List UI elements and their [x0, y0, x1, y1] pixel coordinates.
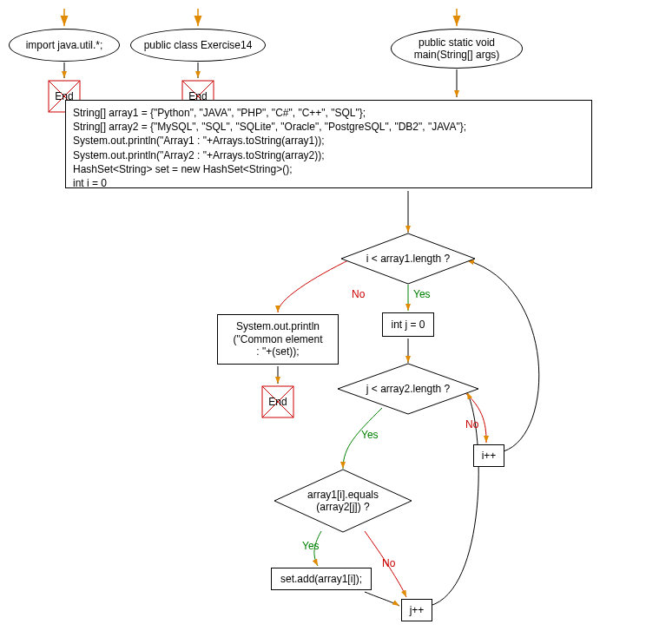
label-inner-no: No — [465, 418, 478, 430]
j-inc-text: j++ — [410, 604, 425, 616]
label-outer-yes: Yes — [413, 288, 431, 300]
end-print: End — [261, 385, 294, 418]
decision-inner-text: j < array2.length ? — [337, 363, 479, 415]
set-add: set.add(array1[i]); — [271, 568, 372, 590]
decision-equals: array1[i].equals (array2[j]) ? — [274, 469, 412, 533]
init-j-text: int j = 0 — [391, 319, 425, 331]
print-common-l2: ("Common element — [234, 333, 323, 345]
decision-outer-text: i < array1.length ? — [340, 233, 476, 285]
print-common-l3: : "+(set)); — [234, 345, 323, 358]
code-block: String[] array1 = {"Python", "JAVA", "PH… — [65, 100, 592, 188]
ellipse-class-text: public class Exercise14 — [144, 39, 253, 51]
label-inner-yes: Yes — [361, 429, 379, 441]
ellipse-main-line2: main(String[] args) — [414, 49, 500, 61]
label-equals-yes: Yes — [302, 540, 320, 552]
ellipse-import: import java.util.*; — [9, 29, 120, 62]
print-common-l1: System.out.println — [234, 320, 323, 332]
decision-equals-l1: array1[i].equals — [307, 489, 379, 501]
print-common: System.out.println ("Common element : "+… — [217, 314, 339, 365]
ellipse-main-line1: public static void — [414, 36, 500, 49]
decision-equals-l2: (array2[j]) ? — [307, 501, 379, 513]
label-outer-no: No — [352, 288, 365, 300]
decision-outer: i < array1.length ? — [340, 233, 476, 285]
flowchart-canvas: import java.util.*; public class Exercis… — [0, 0, 646, 644]
j-inc: j++ — [401, 599, 432, 621]
i-inc-text: i++ — [482, 450, 497, 462]
set-add-text: set.add(array1[i]); — [280, 573, 362, 585]
i-inc: i++ — [473, 444, 504, 467]
ellipse-main: public static void main(String[] args) — [391, 29, 523, 69]
end-print-text: End — [261, 385, 294, 418]
ellipse-import-text: import java.util.*; — [26, 39, 103, 51]
code-block-text: String[] array1 = {"Python", "JAVA", "PH… — [73, 107, 466, 189]
decision-inner: j < array2.length ? — [337, 363, 479, 415]
init-j: int j = 0 — [382, 312, 434, 337]
ellipse-class: public class Exercise14 — [130, 29, 266, 62]
label-equals-no: No — [382, 557, 395, 569]
